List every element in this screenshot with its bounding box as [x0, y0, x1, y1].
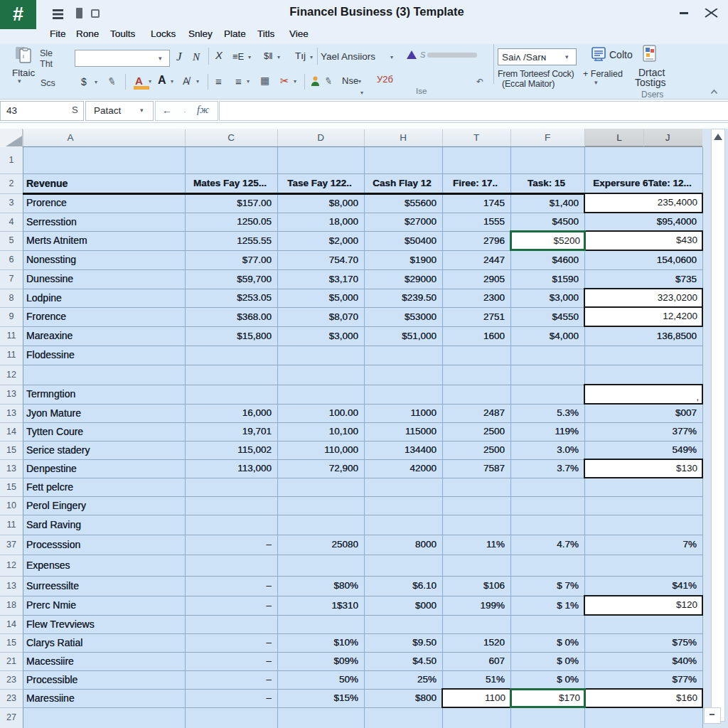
svg-text:i: i [23, 53, 24, 60]
